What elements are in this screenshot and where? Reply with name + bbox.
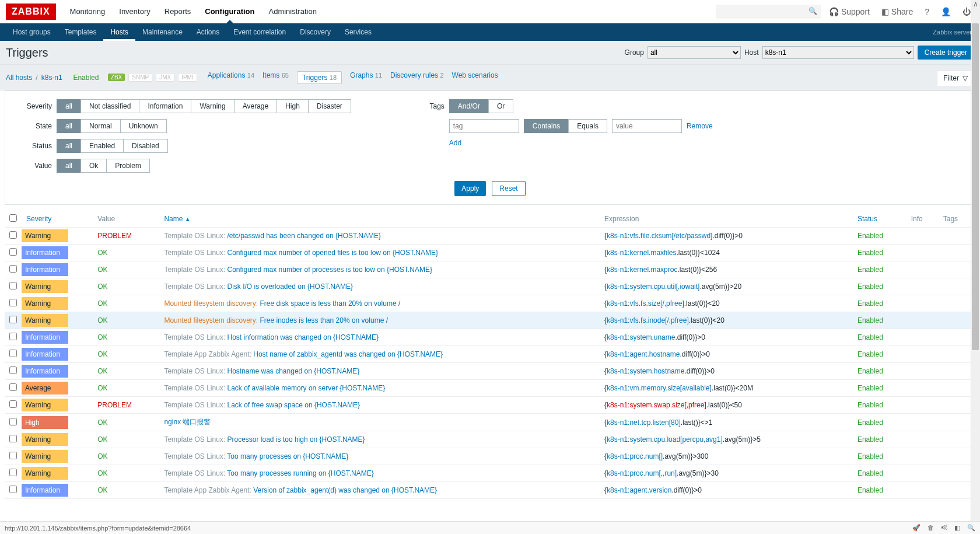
expression-link[interactable]: k8s-n1:system.cpu.load[percpu,avg1] bbox=[607, 435, 723, 444]
subnav-maintenance[interactable]: Maintenance bbox=[135, 23, 190, 41]
expression-link[interactable]: k8s-n1:agent.version bbox=[607, 486, 671, 494]
template-link[interactable]: Template App Zabbix Agent bbox=[164, 486, 249, 494]
template-link[interactable]: Template OS Linux bbox=[164, 232, 223, 240]
template-link[interactable]: Template OS Linux bbox=[164, 452, 223, 460]
trigger-name-link[interactable]: nginx 端口报警 bbox=[164, 418, 211, 426]
topnav-monitoring[interactable]: Monitoring bbox=[63, 0, 113, 23]
filter-toggle[interactable]: Filter ▽ bbox=[937, 70, 974, 86]
status-link[interactable]: Enabled bbox=[858, 452, 883, 460]
status-link[interactable]: Enabled bbox=[858, 486, 883, 494]
row-checkbox[interactable] bbox=[9, 469, 17, 476]
contains-group-equals[interactable]: Equals bbox=[568, 119, 607, 133]
row-checkbox[interactable] bbox=[9, 435, 17, 442]
state-group-unknown[interactable]: Unknown bbox=[120, 119, 167, 133]
row-checkbox[interactable] bbox=[9, 282, 17, 289]
trigger-name-link[interactable]: Free inodes is less than 20% on volume / bbox=[260, 316, 388, 324]
status-link[interactable]: Enabled bbox=[858, 384, 883, 392]
row-checkbox[interactable] bbox=[9, 350, 17, 357]
status-link[interactable]: Enabled bbox=[858, 367, 883, 375]
help-icon[interactable]: ? bbox=[921, 7, 933, 16]
sev-group-warning[interactable]: Warning bbox=[191, 99, 233, 113]
status-group-enabled[interactable]: Enabled bbox=[80, 139, 123, 153]
row-checkbox[interactable] bbox=[9, 383, 17, 391]
remove-link[interactable]: Remove bbox=[687, 122, 713, 130]
bc-tab-discovery-rules[interactable]: Discovery rules 2 bbox=[390, 71, 443, 84]
trigger-name-link[interactable]: Version of zabbix_agent(d) was changed o… bbox=[253, 486, 437, 494]
zabbix-server-link[interactable]: Zabbix server bbox=[933, 29, 974, 36]
reset-button[interactable]: Reset bbox=[492, 181, 525, 196]
status-link[interactable]: Enabled bbox=[858, 435, 883, 444]
template-link[interactable]: Template OS Linux bbox=[164, 367, 223, 375]
trigger-name-link[interactable]: Lack of available memory on server {HOST… bbox=[228, 384, 386, 392]
template-link[interactable]: Template OS Linux bbox=[164, 401, 223, 409]
subnav-event-correlation[interactable]: Event correlation bbox=[226, 23, 293, 41]
scroll-up-icon[interactable]: ∧ bbox=[971, 0, 980, 9]
bc-tab-triggers[interactable]: Triggers 18 bbox=[297, 71, 342, 84]
trigger-name-link[interactable]: Lack of free swap space on {HOST.NAME} bbox=[228, 401, 360, 409]
bc-tab-items[interactable]: Items 65 bbox=[262, 71, 289, 84]
topnav-configuration[interactable]: Configuration bbox=[198, 0, 261, 23]
expression-link[interactable]: k8s-n1:proc.num[,,run] bbox=[607, 469, 677, 477]
bc-all-hosts[interactable]: All hosts bbox=[6, 74, 32, 82]
template-link[interactable]: Mounted filesystem discovery bbox=[164, 299, 256, 308]
bc-tab-graphs[interactable]: Graphs 11 bbox=[350, 71, 382, 84]
row-checkbox[interactable] bbox=[9, 231, 17, 239]
template-link[interactable]: Template App Zabbix Agent bbox=[164, 350, 249, 358]
template-link[interactable]: Template OS Linux bbox=[164, 333, 223, 341]
row-checkbox[interactable] bbox=[9, 316, 17, 323]
row-checkbox[interactable] bbox=[9, 418, 17, 425]
bc-host[interactable]: k8s-n1 bbox=[41, 74, 62, 82]
contains-group-contains[interactable]: Contains bbox=[524, 119, 568, 133]
status-link[interactable]: Enabled bbox=[858, 299, 883, 308]
expression-link[interactable]: k8s-n1:agent.hostname bbox=[607, 350, 680, 358]
status-link[interactable]: Enabled bbox=[858, 469, 883, 477]
template-link[interactable]: Template OS Linux bbox=[164, 282, 223, 291]
subnav-templates[interactable]: Templates bbox=[58, 23, 104, 41]
status-link[interactable]: Enabled bbox=[858, 418, 883, 427]
support-link[interactable]: 🎧 Support bbox=[825, 7, 873, 16]
sev-group-not-classified[interactable]: Not classified bbox=[80, 99, 139, 113]
scrollbar[interactable]: ∧ bbox=[971, 0, 980, 499]
row-checkbox[interactable] bbox=[9, 400, 17, 408]
trigger-name-link[interactable]: Disk I/O is overloaded on {HOST.NAME} bbox=[228, 282, 353, 291]
template-link[interactable]: Template OS Linux bbox=[164, 435, 223, 444]
subnav-services[interactable]: Services bbox=[338, 23, 379, 41]
trigger-name-link[interactable]: Too many processes on {HOST.NAME} bbox=[227, 452, 348, 460]
template-link[interactable]: Template OS Linux bbox=[164, 266, 223, 274]
status-link[interactable]: Enabled bbox=[858, 232, 883, 240]
expression-link[interactable]: k8s-n1:vfs.fs.inode[/,pfree] bbox=[607, 316, 689, 324]
row-checkbox[interactable] bbox=[9, 486, 17, 493]
sev-group-all[interactable]: all bbox=[57, 99, 80, 113]
bc-tab-applications[interactable]: Applications 14 bbox=[208, 71, 254, 84]
search-icon[interactable]: 🔍 bbox=[808, 7, 817, 15]
expression-link[interactable]: k8s-n1:system.cpu.util[,iowait] bbox=[607, 282, 699, 291]
row-checkbox[interactable] bbox=[9, 333, 17, 340]
subnav-hosts[interactable]: Hosts bbox=[103, 23, 135, 41]
tagsmode-group-and-or[interactable]: And/Or bbox=[449, 99, 488, 113]
apply-button[interactable]: Apply bbox=[454, 181, 486, 196]
status-link[interactable]: Enabled bbox=[858, 266, 883, 274]
row-checkbox[interactable] bbox=[9, 265, 17, 273]
status-link[interactable]: Enabled bbox=[858, 350, 883, 358]
topnav-administration[interactable]: Administration bbox=[262, 0, 324, 23]
trigger-name-link[interactable]: Free disk space is less than 20% on volu… bbox=[260, 299, 401, 308]
create-trigger-button[interactable]: Create trigger bbox=[918, 46, 974, 60]
expression-link[interactable]: k8s-n1:proc.num[] bbox=[607, 452, 663, 460]
sev-group-average[interactable]: Average bbox=[234, 99, 276, 113]
trigger-name-link[interactable]: Configured max number of processes is to… bbox=[228, 266, 433, 274]
expression-link[interactable]: k8s-n1:vfs.file.cksum[/etc/passwd] bbox=[607, 232, 712, 240]
col-status[interactable]: Status bbox=[853, 211, 907, 228]
sev-group-information[interactable]: Information bbox=[139, 99, 191, 113]
trigger-name-link[interactable]: Host name of zabbix_agentd was changed o… bbox=[253, 350, 443, 358]
expression-link[interactable]: k8s-n1:net.tcp.listen[80] bbox=[607, 418, 681, 427]
host-select[interactable]: k8s-n1 bbox=[762, 46, 914, 59]
value-group-ok[interactable]: Ok bbox=[80, 159, 106, 173]
col-name[interactable]: Name ▲ bbox=[159, 211, 600, 228]
expression-link[interactable]: k8s-n1:kernel.maxfiles bbox=[607, 249, 676, 257]
tag-input[interactable] bbox=[449, 119, 519, 133]
trigger-name-link[interactable]: /etc/passwd has been changed on {HOST.NA… bbox=[228, 232, 382, 240]
expression-link[interactable]: k8s-n1:vm.memory.size[available] bbox=[607, 384, 712, 392]
bc-tab-web-scenarios[interactable]: Web scenarios bbox=[452, 71, 498, 84]
subnav-actions[interactable]: Actions bbox=[190, 23, 226, 41]
badge-zbx[interactable]: ZBX bbox=[108, 74, 125, 81]
